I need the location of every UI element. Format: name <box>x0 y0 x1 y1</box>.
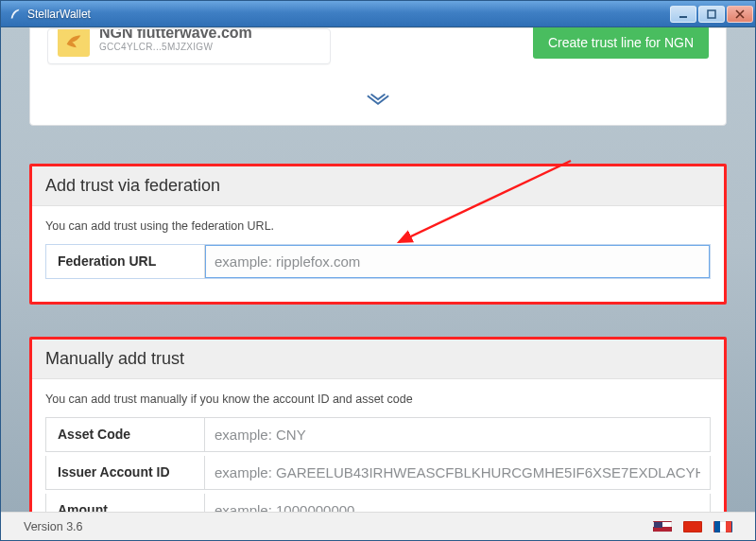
maximize-button[interactable] <box>698 6 725 23</box>
svg-rect-1 <box>708 10 715 18</box>
content-area: NGN flutterwave.com GCC4YLCR...5MJZXIGW … <box>1 27 755 512</box>
issuer-account-input[interactable] <box>205 456 710 489</box>
federation-panel: Add trust via federation You can add tru… <box>29 164 727 305</box>
asset-meta: NGN flutterwave.com GCC4YLCR...5MJZXIGW <box>99 34 252 52</box>
window-title: StellarWallet <box>27 8 670 21</box>
federation-url-input[interactable] <box>205 245 710 278</box>
amount-label: Amount <box>46 494 205 512</box>
flag-fr-icon[interactable] <box>713 521 732 532</box>
asset-code-label: Asset Code <box>46 418 205 451</box>
asset-code-row: Asset Code <box>45 417 711 452</box>
asset-chip[interactable]: NGN flutterwave.com GCC4YLCR...5MJZXIGW <box>47 28 331 64</box>
asset-code-input[interactable] <box>205 418 710 451</box>
app-icon <box>9 8 22 21</box>
issuer-row: Issuer Account ID <box>45 456 711 490</box>
asset-card: NGN flutterwave.com GCC4YLCR...5MJZXIGW … <box>29 27 727 126</box>
manual-panel-title: Manually add trust <box>32 340 724 379</box>
federation-help-text: You can add trust using the federation U… <box>45 219 711 233</box>
federation-url-label: Federation URL <box>46 245 205 278</box>
asset-title: NGN flutterwave.com <box>99 28 252 42</box>
window-controls <box>670 6 753 23</box>
flag-us-icon[interactable] <box>653 521 672 532</box>
create-trust-line-button[interactable]: Create trust line for NGN <box>533 27 709 59</box>
manual-panel: Manually add trust You can add trust man… <box>29 337 727 512</box>
version-label: Version 3.6 <box>24 520 83 533</box>
amount-row: Amount <box>45 494 711 512</box>
language-flags <box>653 521 732 532</box>
svg-rect-0 <box>679 16 687 18</box>
asset-logo-icon <box>58 28 90 57</box>
federation-url-row: Federation URL <box>45 244 711 279</box>
close-button[interactable] <box>727 6 753 23</box>
expand-chevron-icon[interactable] <box>47 93 709 112</box>
amount-input[interactable] <box>205 494 710 512</box>
flag-cn-icon[interactable] <box>683 521 702 532</box>
manual-help-text: You can add trust manually if you know t… <box>45 393 711 406</box>
app-window: StellarWallet NGN flutterwave.com GCC4YL… <box>0 0 756 541</box>
asset-account-short: GCC4YLCR...5MJZXIGW <box>99 42 252 52</box>
titlebar: StellarWallet <box>1 1 755 27</box>
footer: Version 3.6 <box>1 512 755 540</box>
minimize-button[interactable] <box>670 6 696 23</box>
federation-panel-title: Add trust via federation <box>32 166 724 206</box>
issuer-label: Issuer Account ID <box>46 456 205 489</box>
